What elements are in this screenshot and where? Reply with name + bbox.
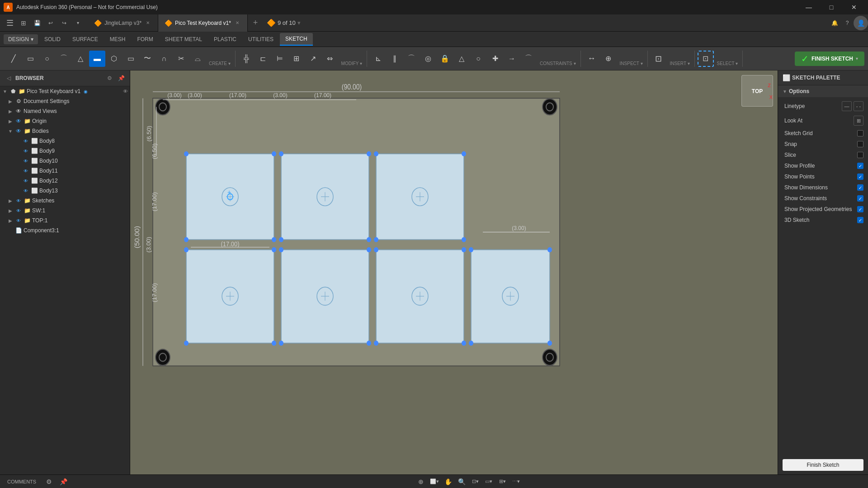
tab-surface[interactable]: SURFACE <box>67 33 104 46</box>
new-tab-button[interactable]: + <box>248 14 263 32</box>
offset-tool[interactable]: ⊏ <box>255 51 271 67</box>
history-button[interactable]: ▾ <box>71 17 84 29</box>
arrow-constraint[interactable]: → <box>504 51 520 67</box>
spline-tool[interactable]: 〜 <box>139 51 156 67</box>
inspect-tool[interactable]: ⊕ <box>600 51 617 67</box>
tab-utilities[interactable]: UTILITIES <box>243 33 279 46</box>
circle2-constraint[interactable]: ○ <box>470 51 486 67</box>
tree-item-body9[interactable]: ▶ 👁 ⬜ Body9 <box>0 146 130 156</box>
visibility-icon[interactable]: 👁 <box>123 89 128 94</box>
concentric-constraint[interactable]: ◎ <box>420 51 436 67</box>
help-button[interactable]: ? <box>841 17 854 29</box>
line-tool[interactable]: ╱ <box>5 51 22 67</box>
account-button[interactable]: 👤 <box>854 16 868 30</box>
tab-close-1[interactable]: ✕ <box>144 19 151 27</box>
perpendicular-constraint[interactable]: ⊾ <box>370 51 386 67</box>
crosshatch-tool[interactable]: ╬ <box>238 51 255 67</box>
slice-checkbox[interactable] <box>857 152 863 158</box>
snap-checkbox[interactable] <box>857 141 863 147</box>
tree-item-named-views[interactable]: ▶ 👁 Named Views <box>0 106 130 116</box>
grid-tool[interactable]: ⊞▾ <box>497 476 508 487</box>
palette-3d-sketch[interactable]: 3D Sketch ✓ <box>778 215 868 225</box>
rectangle-tool[interactable]: ▭ <box>22 51 38 67</box>
palette-show-profile[interactable]: Show Profile ✓ <box>778 160 868 171</box>
palette-show-points[interactable]: Show Points ✓ <box>778 171 868 182</box>
finish-sketch-palette-button[interactable]: Finish Sketch <box>783 459 863 471</box>
close-button[interactable]: ✕ <box>844 0 864 14</box>
tab-mesh[interactable]: MESH <box>104 33 131 46</box>
view-cube[interactable]: Z TOP X <box>741 75 773 107</box>
tree-item-doc-settings[interactable]: ▶ ⚙ Document Settings <box>0 96 130 106</box>
palette-section-header[interactable]: ▼ Options <box>778 85 868 97</box>
scale-tool[interactable]: ↗ <box>305 51 321 67</box>
sidebar-back-icon[interactable]: ◁ <box>4 73 14 83</box>
circle-tool[interactable]: ○ <box>39 51 55 67</box>
hexagon-tool[interactable]: ⬡ <box>106 51 122 67</box>
3d-sketch-checkbox[interactable]: ✓ <box>857 217 863 223</box>
view-tool[interactable]: ▭▾ <box>483 476 494 487</box>
tree-item-component3[interactable]: ▶ 📄 Component3:1 <box>0 225 130 235</box>
tab-plastic[interactable]: PLASTIC <box>208 33 242 46</box>
palette-show-constraints[interactable]: Show Constraints ✓ <box>778 193 868 204</box>
select-tool[interactable]: ⊡ <box>698 51 714 67</box>
tab-sketch[interactable]: SKETCH <box>280 33 313 46</box>
triangle-tool[interactable]: △ <box>72 51 89 67</box>
redo-button[interactable]: ↪ <box>58 17 71 29</box>
tab-close-2[interactable]: ✕ <box>234 19 241 27</box>
tree-item-root[interactable]: ▼ ⬟ 📁 Pico Test Keyboard v1 ◉ 👁 <box>0 86 130 96</box>
maximize-button[interactable]: □ <box>821 0 842 14</box>
tree-item-bodies[interactable]: ▼ 👁 📁 Bodies <box>0 126 130 136</box>
slot-tool[interactable]: ▭ <box>123 51 139 67</box>
trim-tool[interactable]: ✂ <box>173 51 189 67</box>
fit-tool[interactable]: ⊡▾ <box>470 476 481 487</box>
fillet-tool[interactable]: ⌓ <box>189 51 206 67</box>
minimize-button[interactable]: — <box>798 0 819 14</box>
tree-item-origin[interactable]: ▶ 👁 📁 Origin <box>0 116 130 126</box>
cube-face-top[interactable]: TOP <box>752 88 763 94</box>
palette-slice[interactable]: Slice <box>778 150 868 160</box>
pan-tool[interactable]: ✋ <box>443 476 453 487</box>
extra-tool[interactable]: ⋯▾ <box>510 476 521 487</box>
comments-settings-icon[interactable]: ⚙ <box>43 476 54 487</box>
finish-sketch-button[interactable]: ✓ FINISH SKETCH ▾ <box>795 52 864 66</box>
notifications-button[interactable]: 🔔 <box>828 17 841 29</box>
parallel-constraint[interactable]: ∥ <box>387 51 403 67</box>
tab-jinglelamp[interactable]: 🔶 JingleLamp v3* ✕ <box>88 14 158 32</box>
lookat-button[interactable]: ⊞ <box>854 116 863 126</box>
equal-constraint[interactable]: △ <box>453 51 470 67</box>
tree-item-body13[interactable]: ▶ 👁 ⬜ Body13 <box>0 186 130 196</box>
show-projected-checkbox[interactable]: ✓ <box>857 206 863 212</box>
comments-pin-icon[interactable]: 📌 <box>58 476 69 487</box>
linetype-solid-icon[interactable]: — <box>842 101 852 111</box>
show-profile-checkbox[interactable]: ✓ <box>857 163 863 169</box>
zoom-tool[interactable]: 🔍 <box>456 476 467 487</box>
conic-tool[interactable]: ∩ <box>156 51 172 67</box>
linetype-dashed-icon[interactable]: - - <box>854 101 863 111</box>
save-button[interactable]: 💾 <box>31 17 43 29</box>
palette-sketch-grid[interactable]: Sketch Grid <box>778 128 868 139</box>
tab-pico[interactable]: 🔶 Pico Test Keyboard v1* ✕ <box>158 14 248 32</box>
undo-button[interactable]: ↩ <box>44 17 57 29</box>
sketch-grid-checkbox[interactable] <box>857 130 863 136</box>
tree-item-sketches[interactable]: ▶ 👁 📁 Sketches <box>0 196 130 206</box>
mirror-tool[interactable]: ⊨ <box>272 51 288 67</box>
tab-sheet-metal[interactable]: SHEET METAL <box>160 33 208 46</box>
curve-constraint[interactable]: ⌒ <box>520 51 537 67</box>
arc-tool[interactable]: ⌒ <box>56 51 72 67</box>
show-constraints-checkbox[interactable]: ✓ <box>857 195 863 202</box>
palette-snap[interactable]: Snap <box>778 139 868 150</box>
pattern-tool[interactable]: ⊞ <box>288 51 305 67</box>
stretch-tool[interactable]: ⇔ <box>322 51 338 67</box>
navigate-button[interactable]: ⊕ <box>415 476 426 487</box>
tree-item-body8[interactable]: ▶ 👁 ⬜ Body8 <box>0 136 130 146</box>
sidebar-settings-icon[interactable]: ⚙ <box>104 73 114 83</box>
viewport[interactable]: (90.00) (50.00) (3.00) (6.50) (3.00) <box>130 70 778 474</box>
tab-solid[interactable]: SOLID <box>39 33 66 46</box>
tree-item-sw1[interactable]: ▶ 👁 📁 SW:1 <box>0 206 130 216</box>
palette-show-projected[interactable]: Show Projected Geometries ✓ <box>778 204 868 215</box>
tab-form[interactable]: FORM <box>132 33 158 46</box>
show-points-checkbox[interactable]: ✓ <box>857 174 863 180</box>
menu-button[interactable]: ☰ <box>4 17 16 29</box>
tree-item-body11[interactable]: ▶ 👁 ⬜ Body11 <box>0 166 130 176</box>
dimension-tool[interactable]: ↔ <box>584 51 600 67</box>
